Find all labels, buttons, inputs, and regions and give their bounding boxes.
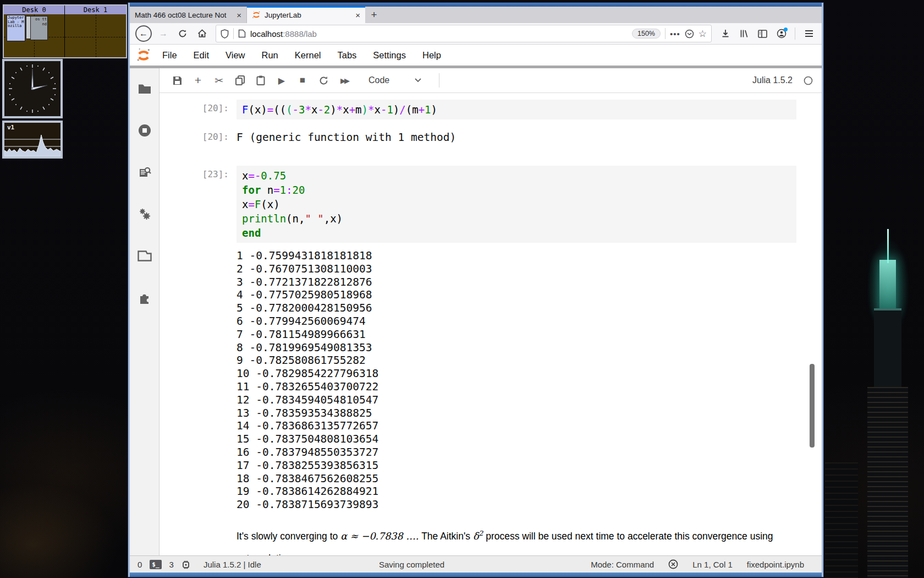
url-text[interactable]: localhost:8888/lab bbox=[250, 29, 628, 39]
menu-kernel[interactable]: Kernel bbox=[287, 50, 329, 61]
stream-output: 1 -0.7599431818181818 2 -0.7670751308110… bbox=[237, 249, 378, 511]
url-bar[interactable]: localhost:8888/lab 150% ••• ☆ bbox=[216, 25, 712, 42]
pager-grid-line bbox=[65, 37, 126, 37]
kernel-status-icon[interactable] bbox=[804, 76, 813, 85]
output-prompt bbox=[160, 249, 237, 253]
jupyterlab-statusbar: 0 $_ 3 Julia 1.5.2 | Idle Saving complet… bbox=[130, 555, 822, 572]
menu-view[interactable]: View bbox=[217, 50, 253, 61]
paste-cells-icon[interactable] bbox=[252, 72, 270, 89]
jupyterlab-menubar: File Edit View Run Kernel Tabs Settings … bbox=[130, 45, 822, 66]
menu-file[interactable]: File bbox=[154, 50, 185, 61]
tracking-shield-icon[interactable] bbox=[221, 29, 229, 39]
run-all-icon[interactable]: ▶▶ bbox=[336, 72, 353, 89]
run-cell-icon[interactable]: ▶ bbox=[273, 72, 290, 89]
cut-cells-icon[interactable]: ✂ bbox=[210, 72, 228, 89]
cell-type-dropdown[interactable]: Code bbox=[369, 75, 421, 85]
home-button[interactable] bbox=[194, 26, 210, 41]
inline-math-alpha: α ≈ −0.7838 …. bbox=[340, 531, 419, 542]
pager-mini-window-front[interactable]: os tt nd bbox=[30, 16, 48, 40]
pager-desk0-label[interactable]: Desk 0 bbox=[4, 6, 65, 14]
extension-manager-icon[interactable] bbox=[138, 291, 152, 305]
pager-desk1-label[interactable]: Desk 1 bbox=[65, 6, 126, 14]
pager-grid-line bbox=[96, 14, 96, 57]
tab-close-icon[interactable]: × bbox=[355, 10, 360, 20]
kernel-status-text[interactable]: Julia 1.5.2 | Idle bbox=[204, 560, 261, 569]
restart-kernel-icon[interactable] bbox=[315, 72, 332, 89]
jupyterlab-app: File Edit View Run Kernel Tabs Settings … bbox=[130, 45, 822, 577]
command-palette-icon[interactable] bbox=[138, 165, 152, 179]
inline-math-delta: δ2 bbox=[473, 531, 483, 542]
cursor-position[interactable]: Ln 1, Col 1 bbox=[692, 560, 733, 569]
code-editor[interactable]: F(x)=(((-3*x-2)*x+m)*x-1)/(m+1) bbox=[237, 100, 796, 119]
add-cell-icon[interactable]: + bbox=[189, 72, 207, 89]
menu-edit[interactable]: Edit bbox=[185, 50, 217, 61]
save-icon[interactable] bbox=[168, 72, 186, 89]
download-icon[interactable] bbox=[718, 26, 733, 41]
minute-hand bbox=[31, 69, 34, 90]
notebook-filename[interactable]: fixedpoint.ipynb bbox=[747, 560, 804, 569]
open-tabs-icon[interactable] bbox=[138, 249, 152, 263]
browser-tab-jupyterlab[interactable]: JupyterLab × bbox=[247, 7, 365, 23]
browser-tab-lecture-notes[interactable]: Math 466 oct08 Lecture Not × bbox=[130, 7, 247, 23]
page-actions-icon[interactable]: ••• bbox=[670, 29, 680, 39]
urlbar-separator bbox=[665, 28, 666, 39]
kernel-chip-icon[interactable] bbox=[182, 560, 190, 569]
jupyter-favicon bbox=[252, 10, 261, 19]
running-kernels-icon[interactable] bbox=[138, 123, 152, 138]
navigation-bar: ← → localhost:8888/lab 150% ••• ☆ bbox=[130, 23, 822, 45]
hamburger-menu-icon[interactable] bbox=[801, 26, 816, 41]
markdown-cell[interactable]: It's slowly converging to α ≈ −0.7838 ….… bbox=[160, 522, 796, 555]
code-cell-23[interactable]: [23]: x=-0.75for n=1:20 x=F(x) println(n… bbox=[160, 166, 796, 243]
hour-hand bbox=[32, 85, 47, 90]
menu-settings[interactable]: Settings bbox=[365, 50, 414, 61]
window-titlebar[interactable] bbox=[130, 3, 822, 7]
urlbar-separator bbox=[233, 28, 234, 39]
account-icon[interactable] bbox=[774, 26, 789, 41]
back-button[interactable]: ← bbox=[135, 25, 152, 42]
markdown-text: It's slowly converging to bbox=[237, 531, 340, 542]
bookmark-star-icon[interactable]: ☆ bbox=[698, 28, 707, 40]
terminal-icon[interactable]: $_ bbox=[150, 560, 161, 569]
copy-cells-icon[interactable] bbox=[231, 72, 249, 89]
code-cell-20[interactable]: [20]: F(x)=(((-3*x-2)*x+m)*x-1)/(m+1) bbox=[160, 100, 796, 119]
tab-title: JupyterLab bbox=[265, 11, 351, 19]
wallpaper-building-spire bbox=[887, 229, 889, 263]
url-path: :8888/lab bbox=[283, 29, 317, 39]
markdown-text: The Aitkin's bbox=[419, 531, 473, 542]
pager-desk0[interactable]: JupyterLab - Mozilla os tt nd bbox=[4, 14, 65, 57]
terminal-count[interactable]: 0 bbox=[138, 560, 142, 569]
pocket-icon[interactable] bbox=[685, 29, 694, 39]
notebook-panel: + ✂ ▶ ■ ▶▶ Code bbox=[160, 68, 822, 555]
account-notification-dot bbox=[784, 28, 788, 31]
menu-help[interactable]: Help bbox=[414, 50, 449, 61]
tab-close-icon[interactable]: × bbox=[237, 10, 241, 20]
notebook-toolbar: + ✂ ▶ ■ ▶▶ Code bbox=[160, 68, 822, 93]
notebook-scroll-area[interactable]: [20]: F(x)=(((-3*x-2)*x+m)*x-1)/(m+1) [2… bbox=[160, 93, 822, 555]
zoom-level-badge[interactable]: 150% bbox=[632, 29, 661, 39]
trust-indicator-icon[interactable] bbox=[668, 559, 678, 569]
property-inspector-icon[interactable] bbox=[138, 207, 152, 221]
new-tab-button[interactable]: + bbox=[365, 7, 383, 23]
command-mode-indicator[interactable]: Mode: Command bbox=[591, 560, 654, 569]
page-icon bbox=[238, 29, 246, 38]
markdown-rendered: It's slowly converging to α ≈ −0.7838 ….… bbox=[237, 522, 796, 555]
menu-tabs[interactable]: Tabs bbox=[329, 50, 365, 61]
toolbar-divider bbox=[439, 73, 439, 88]
sidebar-toggle-icon[interactable] bbox=[755, 26, 770, 41]
file-browser-icon[interactable] bbox=[138, 81, 152, 96]
kernel-count[interactable]: 3 bbox=[169, 560, 174, 569]
desktop-pager[interactable]: Desk 0 Desk 1 JupyterLab - Mozilla os tt… bbox=[3, 4, 127, 58]
left-activity-bar bbox=[130, 68, 160, 555]
notebook-scrollbar-thumb[interactable] bbox=[810, 364, 815, 448]
reload-button[interactable] bbox=[175, 26, 190, 41]
library-icon[interactable] bbox=[736, 26, 751, 41]
menu-run[interactable]: Run bbox=[254, 50, 287, 61]
code-editor[interactable]: x=-0.75for n=1:20 x=F(x) println(n," ",x… bbox=[237, 166, 796, 243]
kernel-name[interactable]: Julia 1.5.2 bbox=[752, 75, 793, 85]
pager-mini-window-jupyterlab[interactable]: JupyterLab - Mozilla bbox=[7, 15, 25, 41]
stop-kernel-icon[interactable]: ■ bbox=[294, 72, 311, 89]
tab-title: Math 466 oct08 Lecture Not bbox=[135, 11, 232, 19]
forward-button[interactable]: → bbox=[156, 26, 171, 41]
pager-desk1[interactable] bbox=[65, 14, 126, 57]
input-prompt: [20]: bbox=[160, 100, 237, 113]
